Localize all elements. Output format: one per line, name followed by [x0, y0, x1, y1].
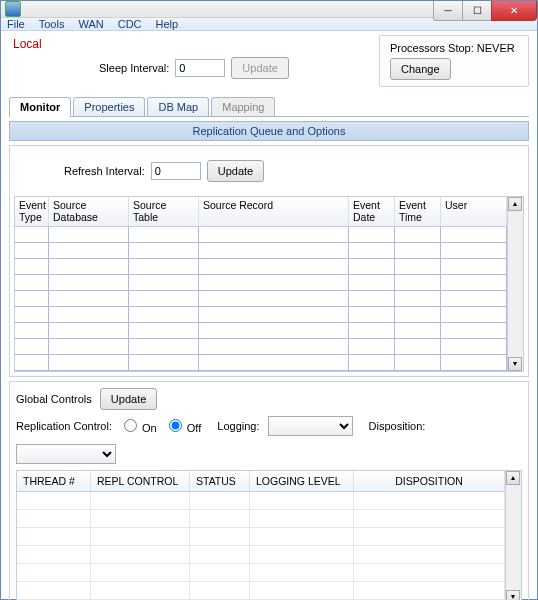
menu-file[interactable]: File — [7, 18, 25, 30]
col-repl-control[interactable]: REPL CONTROL — [91, 471, 190, 491]
col-event-time[interactable]: Event Time — [395, 197, 441, 226]
col-source-table[interactable]: Source Table — [129, 197, 199, 226]
titlebar[interactable]: ─ ☐ ✕ — [1, 1, 537, 18]
table-row[interactable] — [17, 492, 505, 510]
repl-off-text: Off — [187, 422, 201, 434]
table-row[interactable] — [15, 227, 507, 243]
thread-header: THREAD # REPL CONTROL STATUS LOGGING LEV… — [17, 471, 505, 492]
repl-on-option[interactable]: On — [120, 419, 157, 434]
section-title: Replication Queue and Options — [9, 121, 529, 141]
menu-help[interactable]: Help — [156, 18, 179, 30]
change-button[interactable]: Change — [390, 58, 451, 80]
tab-mapping[interactable]: Mapping — [211, 97, 275, 116]
col-source-record[interactable]: Source Record — [199, 197, 349, 226]
col-event-type[interactable]: Event Type — [15, 197, 49, 226]
app-window: ─ ☐ ✕ File Tools WAN CDC Help Local Slee… — [0, 0, 538, 600]
queue-header: Event Type Source Database Source Table … — [15, 197, 507, 227]
refresh-interval-input[interactable] — [151, 162, 201, 180]
table-row[interactable] — [17, 564, 505, 582]
thread-body[interactable] — [17, 492, 505, 600]
logging-label: Logging: — [217, 420, 259, 432]
queue-scrollbar[interactable]: ▴ ▾ — [507, 197, 523, 371]
minimize-button[interactable]: ─ — [433, 1, 463, 21]
menu-cdc[interactable]: CDC — [118, 18, 142, 30]
disposition-select[interactable] — [16, 444, 116, 464]
scroll-down-icon[interactable]: ▾ — [506, 590, 520, 600]
table-row[interactable] — [17, 546, 505, 564]
col-source-db[interactable]: Source Database — [49, 197, 129, 226]
scroll-down-icon[interactable]: ▾ — [508, 357, 522, 371]
table-row[interactable] — [15, 307, 507, 323]
sleep-interval-input[interactable] — [175, 59, 225, 77]
local-label: Local — [9, 35, 371, 53]
repl-off-option[interactable]: Off — [165, 419, 202, 434]
logging-select[interactable] — [268, 416, 353, 436]
menu-tools[interactable]: Tools — [39, 18, 65, 30]
global-update-button[interactable]: Update — [100, 388, 157, 410]
tab-monitor[interactable]: Monitor — [9, 97, 71, 117]
close-button[interactable]: ✕ — [491, 1, 537, 21]
window-buttons: ─ ☐ ✕ — [434, 1, 537, 21]
table-row[interactable] — [15, 243, 507, 259]
scroll-up-icon[interactable]: ▴ — [506, 471, 520, 485]
tab-bar: Monitor Properties DB Map Mapping — [9, 95, 529, 117]
refresh-update-button[interactable]: Update — [207, 160, 264, 182]
table-row[interactable] — [17, 582, 505, 600]
queue-panel: Refresh Interval: Update Event Type Sour… — [9, 145, 529, 377]
thread-table: THREAD # REPL CONTROL STATUS LOGGING LEV… — [16, 470, 522, 600]
repl-on-text: On — [142, 422, 157, 434]
content-area: Local Sleep Interval: Update Processors … — [1, 31, 537, 600]
scroll-up-icon[interactable]: ▴ — [508, 197, 522, 211]
processors-panel: Processors Stop: NEVER Change — [379, 35, 529, 87]
app-icon — [5, 1, 21, 17]
table-row[interactable] — [15, 339, 507, 355]
table-row[interactable] — [15, 259, 507, 275]
queue-body[interactable] — [15, 227, 507, 371]
col-status[interactable]: STATUS — [190, 471, 250, 491]
table-row[interactable] — [15, 291, 507, 307]
refresh-interval-label: Refresh Interval: — [64, 165, 145, 177]
top-row: Local Sleep Interval: Update Processors … — [9, 35, 529, 91]
tab-properties[interactable]: Properties — [73, 97, 145, 116]
col-event-date[interactable]: Event Date — [349, 197, 395, 226]
thread-scrollbar[interactable]: ▴ ▾ — [505, 471, 521, 600]
maximize-button[interactable]: ☐ — [462, 1, 492, 21]
table-row[interactable] — [15, 275, 507, 291]
repl-on-radio[interactable] — [124, 419, 137, 432]
sleep-update-button[interactable]: Update — [231, 57, 288, 79]
global-controls-label: Global Controls — [16, 393, 92, 405]
col-thread[interactable]: THREAD # — [17, 471, 91, 491]
table-row[interactable] — [17, 510, 505, 528]
processors-stop-label: Processors Stop: NEVER — [390, 42, 515, 54]
disposition-label: Disposition: — [369, 420, 426, 432]
sleep-interval-label: Sleep Interval: — [99, 62, 169, 74]
menu-wan[interactable]: WAN — [78, 18, 103, 30]
queue-table: Event Type Source Database Source Table … — [14, 196, 524, 372]
table-row[interactable] — [17, 528, 505, 546]
col-user[interactable]: User — [441, 197, 507, 226]
tab-dbmap[interactable]: DB Map — [147, 97, 209, 116]
repl-off-radio[interactable] — [169, 419, 182, 432]
col-logging-level[interactable]: LOGGING LEVEL — [250, 471, 354, 491]
table-row[interactable] — [15, 355, 507, 371]
col-disposition[interactable]: DISPOSITION — [354, 471, 505, 491]
replication-control-label: Replication Control: — [16, 420, 112, 432]
global-controls-panel: Global Controls Update Replication Contr… — [9, 381, 529, 600]
table-row[interactable] — [15, 323, 507, 339]
